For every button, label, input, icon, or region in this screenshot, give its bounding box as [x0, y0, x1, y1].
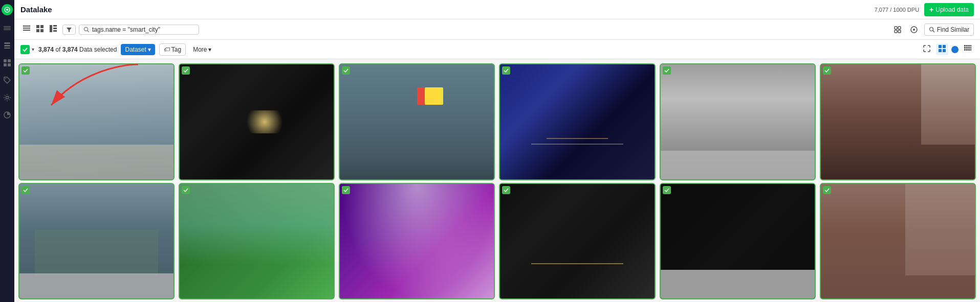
sidebar [0, 0, 14, 302]
svg-rect-2 [4, 28, 11, 29]
top-bar: Datalake 7,077 / 1000 DPU + Upload data [14, 0, 980, 19]
select-all-chevron[interactable]: ▾ [32, 47, 34, 52]
svg-rect-36 [943, 45, 946, 48]
selection-of-label: of [55, 46, 62, 53]
image-card[interactable] [339, 63, 495, 180]
card-checkbox[interactable] [663, 186, 671, 194]
svg-rect-3 [4, 29, 11, 30]
detail-view-button[interactable] [47, 24, 59, 35]
check-icon[interactable] [20, 45, 30, 54]
image-card[interactable] [179, 63, 335, 180]
dataset-label: Dataset [125, 46, 146, 53]
image-card[interactable] [18, 183, 175, 300]
svg-rect-43 [964, 47, 966, 49]
image-card[interactable] [660, 183, 816, 300]
search-input[interactable] [92, 26, 194, 33]
dpu-indicator: 7,077 / 1000 DPU [875, 7, 919, 13]
tag-button[interactable]: 🏷 Tag [159, 43, 186, 56]
card-checkbox[interactable] [502, 186, 510, 194]
plus-icon: + [929, 6, 933, 14]
svg-rect-8 [8, 59, 11, 62]
selection-count: 3,874 of 3,874 Data selected [38, 46, 117, 53]
image-card[interactable] [339, 183, 495, 300]
svg-rect-45 [968, 47, 970, 49]
svg-rect-50 [970, 49, 971, 51]
image-card[interactable] [179, 183, 335, 300]
image-card[interactable] [499, 183, 655, 300]
sidebar-item-analytics[interactable] [3, 110, 12, 120]
selection-suffix: Data selected [79, 46, 117, 53]
grid-view-toggle-button[interactable] [936, 43, 948, 55]
card-checkbox[interactable] [823, 66, 831, 75]
svg-rect-37 [939, 49, 942, 52]
image-card[interactable] [820, 63, 976, 180]
image-card[interactable] [18, 63, 175, 180]
find-similar-label: Find Similar [937, 26, 969, 33]
total-count: 3,874 [62, 46, 78, 53]
select-all-checkbox[interactable]: ▾ [20, 45, 34, 54]
svg-rect-24 [53, 30, 57, 32]
dot-indicator[interactable] [951, 46, 959, 53]
card-checkbox[interactable] [182, 186, 190, 194]
svg-rect-22 [53, 25, 57, 27]
svg-rect-39 [964, 45, 966, 47]
card-checkbox[interactable] [823, 186, 831, 194]
icon-button-1[interactable] [891, 24, 904, 36]
fullscreen-button[interactable] [921, 43, 933, 55]
find-similar-button[interactable]: Find Similar [924, 24, 974, 36]
svg-rect-35 [939, 45, 942, 48]
svg-rect-4 [4, 42, 10, 44]
icon-button-2[interactable] [908, 24, 920, 36]
svg-rect-29 [895, 30, 897, 33]
sidebar-item-data[interactable] [3, 41, 12, 50]
sidebar-item-tags[interactable] [3, 76, 12, 85]
selected-count: 3,874 [38, 46, 54, 53]
upload-button[interactable]: + Upload data [924, 3, 974, 16]
svg-rect-18 [40, 25, 43, 28]
sidebar-item-layers[interactable] [3, 24, 12, 33]
svg-line-26 [88, 30, 90, 32]
app-title: Datalake [20, 5, 52, 14]
logo[interactable] [2, 4, 13, 15]
svg-rect-16 [23, 30, 30, 31]
more-button[interactable]: More ▾ [190, 44, 214, 55]
sidebar-item-settings[interactable] [3, 93, 12, 102]
list-view-button[interactable] [20, 24, 33, 35]
image-card[interactable] [820, 183, 976, 300]
top-bar-left: Datalake [20, 5, 52, 14]
multi-grid-button[interactable] [962, 43, 974, 55]
card-checkbox[interactable] [342, 66, 350, 75]
card-checkbox[interactable] [663, 66, 671, 75]
search-bar-right: Find Similar [891, 24, 974, 36]
svg-point-32 [913, 29, 915, 31]
svg-line-34 [932, 30, 934, 32]
filter-button[interactable] [62, 25, 76, 35]
svg-rect-1 [4, 26, 11, 27]
image-card[interactable] [660, 63, 816, 180]
svg-rect-9 [4, 63, 7, 66]
toolbar-right [921, 43, 974, 55]
image-card[interactable] [499, 63, 655, 180]
dataset-button[interactable]: Dataset ▾ [121, 44, 155, 55]
view-toggle-group [20, 24, 59, 35]
svg-rect-14 [23, 26, 30, 27]
svg-rect-23 [53, 28, 57, 29]
svg-rect-47 [964, 49, 966, 51]
svg-rect-38 [943, 49, 946, 52]
svg-point-33 [929, 27, 933, 31]
svg-point-25 [84, 27, 88, 31]
card-checkbox[interactable] [502, 66, 510, 75]
svg-rect-42 [970, 45, 971, 47]
card-checkbox[interactable] [21, 66, 30, 75]
search-bar-left [20, 24, 199, 35]
card-checkbox[interactable] [21, 186, 30, 194]
card-checkbox[interactable] [182, 66, 190, 75]
search-bar-row: Find Similar [14, 19, 980, 40]
card-checkbox[interactable] [342, 186, 350, 194]
svg-rect-10 [8, 63, 11, 66]
dataset-chevron-icon: ▾ [148, 46, 151, 53]
grid-view-button[interactable] [34, 24, 46, 35]
sidebar-item-images[interactable] [3, 58, 12, 67]
svg-rect-48 [966, 49, 968, 51]
more-chevron-icon: ▾ [208, 46, 211, 53]
